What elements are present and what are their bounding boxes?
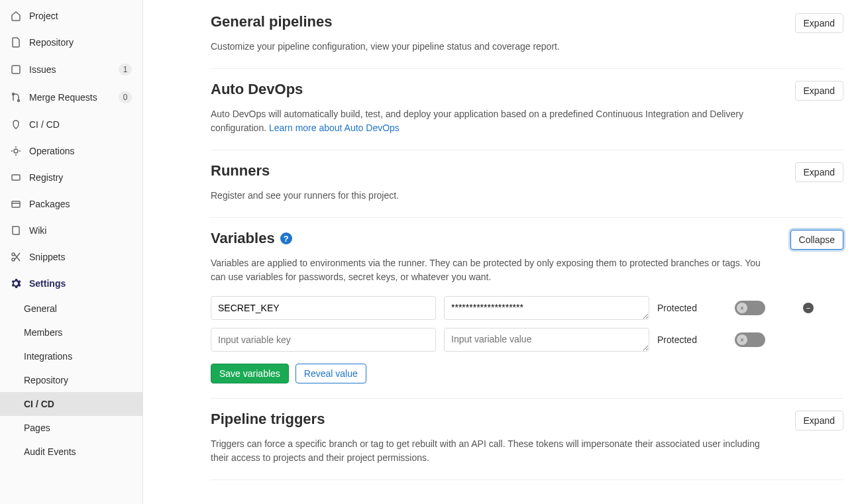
main-content: General pipelines Expand Customize your … bbox=[143, 0, 858, 504]
sidebar-item-label: Packages bbox=[29, 199, 70, 209]
package-icon bbox=[11, 199, 21, 209]
sidebar-item-cicd[interactable]: CI / CD bbox=[0, 111, 142, 138]
autodevops-learn-more-link[interactable]: Learn more about Auto DevOps bbox=[269, 123, 400, 133]
sidebar-item-label: Repository bbox=[29, 37, 74, 48]
svg-rect-4 bbox=[12, 175, 20, 180]
sidebar-item-label: Wiki bbox=[29, 225, 46, 236]
variable-value-input[interactable] bbox=[444, 328, 649, 352]
section-title: General pipelines bbox=[211, 13, 332, 30]
section-title: Variables ? bbox=[211, 230, 292, 247]
section-title: Auto DevOps bbox=[211, 81, 303, 98]
variable-key-input[interactable] bbox=[211, 296, 436, 320]
reveal-value-button[interactable]: Reveal value bbox=[295, 364, 366, 383]
section-desc: Auto DevOps will automatically build, te… bbox=[211, 107, 774, 135]
remove-variable-button[interactable]: − bbox=[803, 303, 814, 313]
sidebar-item-operations[interactable]: Operations bbox=[0, 138, 142, 164]
sidebar: Project Repository Issues 1 Merge Reques… bbox=[0, 0, 143, 504]
settings-sub-cicd[interactable]: CI / CD bbox=[0, 392, 142, 416]
section-runners: Runners Expand Register and see your run… bbox=[211, 150, 843, 218]
sidebar-item-registry[interactable]: Registry bbox=[0, 164, 142, 191]
sidebar-item-repository[interactable]: Repository bbox=[0, 29, 142, 56]
protected-toggle[interactable]: × bbox=[735, 301, 765, 315]
svg-rect-0 bbox=[12, 66, 20, 74]
registry-icon bbox=[11, 172, 21, 183]
settings-sub-pages[interactable]: Pages bbox=[0, 416, 142, 440]
settings-sub-members[interactable]: Members bbox=[0, 321, 142, 344]
sidebar-item-label: Registry bbox=[29, 172, 63, 183]
issues-badge: 1 bbox=[119, 64, 132, 76]
section-desc: Register and see your runners for this p… bbox=[211, 189, 774, 203]
gear-icon bbox=[11, 278, 21, 289]
section-pipeline-triggers: Pipeline triggers Expand Triggers can fo… bbox=[211, 399, 843, 480]
section-title: Pipeline triggers bbox=[211, 411, 325, 428]
svg-point-6 bbox=[12, 253, 15, 256]
settings-sub-repository[interactable]: Repository bbox=[0, 368, 142, 392]
section-variables: Variables ? Collapse Variables are appli… bbox=[211, 218, 843, 399]
operations-icon bbox=[11, 146, 21, 156]
sidebar-item-settings[interactable]: Settings bbox=[0, 270, 142, 297]
mr-badge: 0 bbox=[119, 91, 132, 103]
variables-grid: ******************** Protected × − Prote… bbox=[211, 296, 843, 352]
section-auto-devops: Auto DevOps Expand Auto DevOps will auto… bbox=[211, 69, 843, 150]
settings-sub-general[interactable]: General bbox=[0, 297, 142, 321]
protected-toggle[interactable]: × bbox=[735, 332, 765, 347]
variable-key-input[interactable] bbox=[211, 328, 436, 352]
sidebar-item-project[interactable]: Project bbox=[0, 3, 142, 29]
expand-button[interactable]: Expand bbox=[795, 411, 843, 430]
section-desc: Triggers can force a specific branch or … bbox=[211, 437, 774, 465]
sidebar-item-merge-requests[interactable]: Merge Requests 0 bbox=[0, 83, 142, 111]
scissors-icon bbox=[11, 252, 21, 262]
save-variables-button[interactable]: Save variables bbox=[211, 364, 289, 383]
protected-label: Protected bbox=[657, 303, 727, 313]
sidebar-item-label: Operations bbox=[29, 146, 74, 156]
collapse-button[interactable]: Collapse bbox=[790, 230, 843, 250]
sidebar-item-label: Merge Requests bbox=[29, 92, 97, 103]
help-icon[interactable]: ? bbox=[280, 232, 292, 244]
variable-value-input[interactable]: ******************** bbox=[444, 296, 649, 320]
sidebar-item-wiki[interactable]: Wiki bbox=[0, 217, 142, 244]
rocket-icon bbox=[11, 119, 21, 130]
merge-icon bbox=[11, 92, 21, 103]
svg-point-3 bbox=[14, 149, 18, 153]
expand-button[interactable]: Expand bbox=[795, 13, 843, 33]
section-general-pipelines: General pipelines Expand Customize your … bbox=[211, 13, 843, 69]
settings-sub-integrations[interactable]: Integrations bbox=[0, 344, 142, 368]
file-icon bbox=[11, 37, 21, 48]
svg-rect-5 bbox=[12, 201, 20, 207]
sidebar-item-packages[interactable]: Packages bbox=[0, 191, 142, 217]
sidebar-item-issues[interactable]: Issues 1 bbox=[0, 56, 142, 83]
sidebar-item-label: Snippets bbox=[29, 252, 65, 262]
book-icon bbox=[11, 225, 21, 236]
protected-label: Protected bbox=[657, 334, 727, 345]
sidebar-item-snippets[interactable]: Snippets bbox=[0, 244, 142, 270]
settings-sub-audit[interactable]: Audit Events bbox=[0, 440, 142, 464]
sidebar-item-label: CI / CD bbox=[29, 119, 60, 130]
section-title: Runners bbox=[211, 162, 270, 179]
expand-button[interactable]: Expand bbox=[795, 162, 843, 182]
section-desc: Variables are applied to environments vi… bbox=[211, 256, 774, 284]
expand-button[interactable]: Expand bbox=[795, 81, 843, 101]
sidebar-item-label: Issues bbox=[29, 64, 56, 75]
sidebar-item-label: Project bbox=[29, 11, 58, 21]
home-icon bbox=[11, 11, 21, 21]
sidebar-item-label: Settings bbox=[29, 278, 66, 289]
issues-icon bbox=[11, 64, 21, 75]
svg-point-7 bbox=[12, 258, 15, 261]
section-desc: Customize your pipeline configuration, v… bbox=[211, 40, 774, 54]
